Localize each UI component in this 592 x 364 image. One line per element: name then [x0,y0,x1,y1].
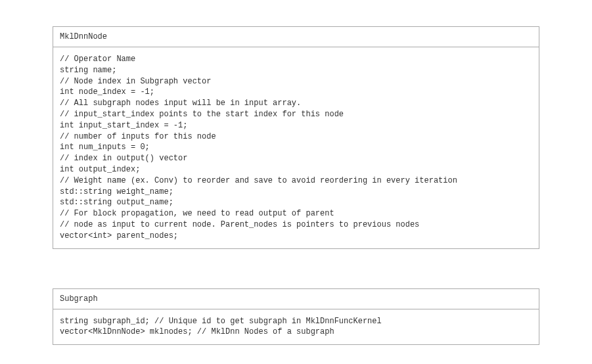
spacer [53,249,539,288]
code-box-mkldnnnode: MklDnnNode // Operator Name string name;… [53,26,539,249]
box-title: MklDnnNode [53,27,539,47]
box-body: // Operator Name string name; // Node in… [53,47,539,248]
box-body: string subgraph_id; // Unique id to get … [53,309,539,345]
code-box-subgraph: Subgraph string subgraph_id; // Unique i… [53,288,539,346]
box-title: Subgraph [53,289,539,309]
